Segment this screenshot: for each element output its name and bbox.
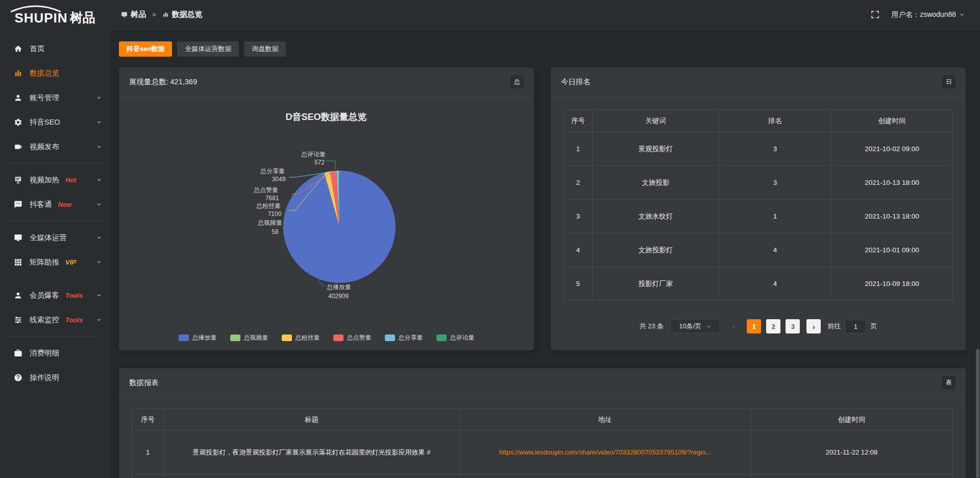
pie-value: 3049 <box>272 176 286 183</box>
sidebar-item-label: 会员爆客 <box>30 291 59 300</box>
home-icon <box>14 44 22 53</box>
pie-value: 402909 <box>328 293 349 300</box>
impressions-total-title: 展现量总数: 421,369 <box>129 77 197 87</box>
username-label: 用户名：zswodun88 <box>891 10 956 19</box>
wallet-icon <box>14 349 22 357</box>
sidebar-item-label: 数据总览 <box>30 68 59 78</box>
chart-legend: 总播放量总视频量总粉丝量总点赞量总分享量总评论量 <box>119 333 534 342</box>
sidebar-item-label: 首页 <box>30 44 44 54</box>
breadcrumb: 树品 > 数据总览 <box>121 10 203 19</box>
sidebar-item-label: 线索监控 <box>30 315 59 325</box>
pie-value: 58 <box>272 228 279 235</box>
pie-value: 7681 <box>265 195 279 202</box>
sidebar-item-chat[interactable]: 抖客通New <box>0 192 110 217</box>
page-button-1[interactable]: 1 <box>747 319 761 333</box>
ranking-card: 今日排名 日 序号关键词排名创建时间1景观投影灯32021-10-02 09:0… <box>551 67 966 350</box>
grid-icon <box>14 258 22 267</box>
legend-label: 总粉丝量 <box>296 333 320 342</box>
member-icon <box>14 291 22 300</box>
sidebar-item-label: 抖客通 <box>30 200 52 209</box>
sidebar-item-sliders[interactable]: 线索监控Tools <box>0 307 110 332</box>
table-cell: 2021-11-22 12:08 <box>751 431 953 474</box>
goto-page-input[interactable] <box>845 320 866 333</box>
sidebar-item-wallet[interactable]: 消费明细 <box>0 341 110 365</box>
sidebar-item-monitor[interactable]: 全媒体运营 <box>0 225 110 250</box>
ranking-table: 序号关键词排名创建时间1景观投影灯32021-10-02 09:002文旅投影3… <box>564 109 953 301</box>
table-row: 3文旅水纹灯12021-10-13 18:00 <box>564 200 953 233</box>
video-icon <box>14 142 22 151</box>
prev-page-button[interactable]: ‹ <box>727 319 740 333</box>
monitor-icon <box>14 233 22 242</box>
table-cell: 2 <box>564 166 593 200</box>
column-header: 标题 <box>164 409 460 431</box>
page-size-select[interactable]: 10条/页 <box>670 319 720 333</box>
user-menu[interactable]: 用户名：zswodun88 <box>891 10 965 19</box>
legend-swatch <box>230 334 240 341</box>
tab-0[interactable]: 抖音seo数据 <box>119 41 172 57</box>
sidebar-item-screen[interactable]: 视频加热Hot <box>0 168 110 192</box>
breadcrumb-root[interactable]: 树品 <box>131 10 146 19</box>
breadcrumb-separator: > <box>152 11 156 18</box>
table-row-partial <box>132 474 953 478</box>
sliders-icon <box>14 316 22 324</box>
sidebar-item-gear[interactable]: 抖音SEO <box>0 110 110 134</box>
sidebar-badge: New <box>58 201 72 208</box>
legend-swatch <box>179 334 189 341</box>
legend-item[interactable]: 总播放量 <box>179 333 217 342</box>
sidebar-item-chart[interactable]: 数据总览 <box>0 61 110 85</box>
table-cell: 文旅水纹灯 <box>593 200 719 233</box>
total-toggle-button[interactable]: 总 <box>510 75 524 88</box>
pie-label: 总分享量 <box>260 168 285 175</box>
pie-label: 总粉丝量 <box>256 202 281 209</box>
sidebar-item-user[interactable]: 账号管理 <box>0 85 110 110</box>
pagination: 共 23 条 10条/页 ‹ 123 › 前往 <box>564 319 953 333</box>
chevron-down-icon <box>96 177 102 182</box>
page-number-list: 123 <box>747 319 800 333</box>
sidebar-item-home[interactable]: 首页 <box>0 36 110 61</box>
table-cell: 3 <box>719 166 831 200</box>
day-toggle-button[interactable]: 日 <box>942 75 955 88</box>
chevron-down-icon <box>96 95 102 100</box>
chevron-down-icon <box>96 235 102 240</box>
sidebar-item-help[interactable]: 操作说明 <box>0 365 110 390</box>
column-header: 序号 <box>132 409 164 431</box>
tab-1[interactable]: 全媒体运营数据 <box>177 41 239 57</box>
sidebar-item-label: 抖音SEO <box>30 117 60 127</box>
legend-item[interactable]: 总粉丝量 <box>282 333 320 342</box>
report-card-title: 数据报表 <box>129 378 159 388</box>
sidebar-item-video[interactable]: 视频发布 <box>0 134 110 159</box>
tab-2[interactable]: 询盘数据 <box>244 41 286 57</box>
chevron-down-icon <box>959 12 965 17</box>
pie-label: 总播放量 <box>326 283 351 291</box>
legend-label: 总评论量 <box>450 333 475 342</box>
column-header: 创建时间 <box>831 110 953 132</box>
page-button-2[interactable]: 2 <box>766 319 780 333</box>
help-icon <box>14 373 22 382</box>
legend-item[interactable]: 总分享量 <box>385 333 423 342</box>
legend-item[interactable]: 总评论量 <box>436 333 475 342</box>
pie-label: 总点赞量 <box>253 186 278 194</box>
legend-item[interactable]: 总视频量 <box>230 333 268 342</box>
table-row: 4文旅投影灯42021-10-01 09:00 <box>564 233 953 267</box>
chevron-down-icon <box>96 202 102 207</box>
report-link[interactable]: https://www.iesdouyin.com/share/video/70… <box>464 448 746 456</box>
table-cell: 景观投影灯，夜游景观投影灯厂家展示展示落花灯在花园里的灯光投影应用效果 # <box>164 431 460 474</box>
legend-item[interactable]: 总点赞量 <box>333 333 372 342</box>
sidebar-divider <box>7 336 103 337</box>
scrollbar-thumb[interactable] <box>976 349 979 478</box>
legend-label: 总点赞量 <box>347 333 372 342</box>
table-cell: 2021-10-01 09:00 <box>831 233 953 267</box>
table-cell: 1 <box>564 132 593 166</box>
sidebar-divider <box>7 278 103 279</box>
table-cell: 3 <box>564 200 593 233</box>
pagination-total: 共 23 条 <box>640 322 664 331</box>
next-page-button[interactable]: › <box>806 319 821 333</box>
sidebar-badge: Tools <box>65 292 83 299</box>
fullscreen-icon[interactable] <box>871 11 879 18</box>
table-cell: 1 <box>132 431 164 474</box>
table-toggle-button[interactable]: 表 <box>942 376 955 389</box>
column-header: 关键词 <box>593 110 719 132</box>
page-button-3[interactable]: 3 <box>786 319 800 333</box>
sidebar-item-grid[interactable]: 矩阵助推VIP <box>0 250 110 274</box>
sidebar-item-member[interactable]: 会员爆客Tools <box>0 283 110 307</box>
